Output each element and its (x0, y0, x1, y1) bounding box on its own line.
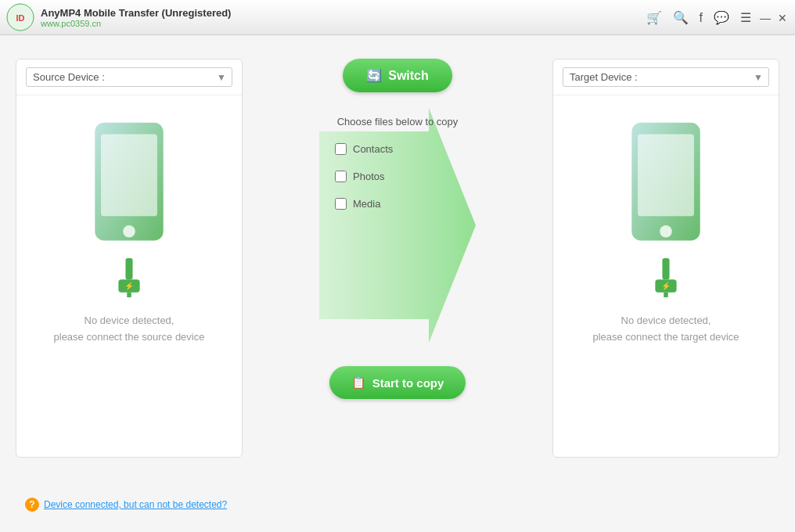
svg-rect-5 (125, 258, 132, 279)
source-dropdown-wrapper: Source Device : ▼ (26, 67, 232, 87)
source-device-panel: Source Device : ▼ (16, 59, 243, 458)
source-device-select[interactable]: Source Device : (26, 67, 232, 87)
minimize-button[interactable]: — (759, 11, 772, 23)
source-no-device-text: No device detected, please connect the s… (54, 313, 205, 346)
choose-files-text: Choose files below to copy (335, 116, 460, 128)
contacts-checkbox-label[interactable]: Contacts (335, 143, 393, 155)
device-help-link[interactable]: Device connected, but can not be detecte… (44, 499, 227, 510)
contacts-checkbox[interactable] (335, 143, 347, 155)
cart-icon[interactable]: 🛒 (643, 9, 665, 27)
app-info: AnyMP4 Mobile Transfer (Unregistered) ww… (41, 7, 231, 28)
media-label: Media (353, 198, 380, 210)
source-usb-icon: ⚡ (113, 258, 145, 297)
start-copy-label: Start to copy (372, 376, 444, 390)
middle-panel: 🔄 Switch (250, 59, 545, 399)
target-dropdown-row: Target Device : ▼ (553, 59, 779, 95)
svg-point-4 (123, 225, 135, 238)
target-phone-svg (623, 119, 709, 252)
svg-rect-11 (638, 134, 694, 216)
chat-icon[interactable]: 💬 (710, 9, 732, 27)
search-icon[interactable]: 🔍 (670, 9, 692, 27)
media-checkbox-label[interactable]: Media (335, 198, 380, 210)
source-dropdown-row: Source Device : ▼ (16, 59, 242, 95)
menu-icon[interactable]: ☰ (737, 9, 754, 27)
help-icon: ? (25, 498, 39, 512)
target-device-select[interactable]: Target Device : (563, 67, 769, 87)
files-overlay: Choose files below to copy Contacts Phot… (335, 116, 460, 225)
photos-checkbox[interactable] (335, 171, 347, 182)
bottom-bar: ? Device connected, but can not be detec… (16, 493, 779, 516)
target-usb-icon: ⚡ (650, 258, 682, 297)
app-subtitle: www.pc0359.cn (41, 19, 231, 28)
source-phone-svg (86, 119, 172, 252)
switch-icon: 🔄 (366, 68, 382, 83)
svg-text:ID: ID (16, 13, 25, 23)
facebook-icon[interactable]: f (696, 9, 706, 26)
target-device-panel: Target Device : ▼ (552, 59, 779, 458)
photos-label: Photos (353, 171, 384, 182)
media-checkbox[interactable] (335, 198, 347, 210)
svg-rect-13 (662, 258, 669, 279)
svg-rect-8 (127, 293, 131, 297)
window-controls: 🛒 🔍 f 💬 ☰ — ✕ (643, 9, 789, 27)
middle-content: 🔄 Switch (250, 59, 545, 399)
app-logo: ID (6, 3, 34, 31)
source-phone-illustration: ⚡ (86, 119, 172, 297)
target-phone-illustration: ⚡ (623, 119, 709, 297)
panels-row: Source Device : ▼ (16, 59, 779, 485)
photos-checkbox-label[interactable]: Photos (335, 171, 384, 182)
switch-label: Switch (388, 69, 429, 83)
close-button[interactable]: ✕ (776, 11, 789, 23)
svg-rect-3 (101, 134, 157, 216)
switch-button[interactable]: 🔄 Switch (343, 59, 452, 92)
start-copy-button[interactable]: 📋 Start to copy (329, 366, 466, 399)
svg-text:⚡: ⚡ (124, 281, 135, 291)
arrow-and-files: Choose files below to copy Contacts Phot… (319, 100, 476, 350)
svg-text:⚡: ⚡ (661, 281, 671, 291)
svg-rect-16 (664, 293, 667, 297)
app-title: AnyMP4 Mobile Transfer (Unregistered) (41, 7, 231, 19)
svg-point-12 (660, 225, 672, 238)
target-dropdown-wrapper: Target Device : ▼ (563, 67, 769, 87)
titlebar: ID AnyMP4 Mobile Transfer (Unregistered)… (0, 0, 795, 35)
target-no-device-text: No device detected, please connect the t… (592, 313, 739, 346)
main-content: Source Device : ▼ (0, 35, 795, 532)
start-copy-icon: 📋 (351, 376, 366, 390)
contacts-label: Contacts (353, 143, 393, 155)
